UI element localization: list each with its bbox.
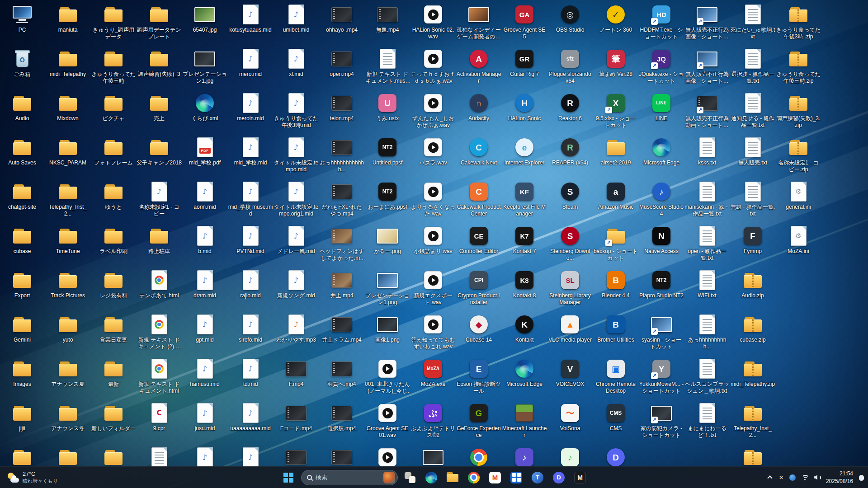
desktop-icon[interactable]: 〜 VoiSona [547,402,593,432]
desktop-icon[interactable]: HALion Sonic 02.wav [410,4,456,40]
desktop-icon[interactable]: ♪ umibet.mid [274,4,319,33]
desktop-icon[interactable]: K Kontakt [502,314,547,343]
desktop-icon[interactable]: ♪ b.mid [182,225,227,255]
desktop-icon[interactable]: 無題.mp4 [365,4,410,33]
desktop-icon[interactable]: ♻ ごみ箱 [0,48,45,78]
desktop-icon[interactable]: midi_Telepathy.zip [730,358,775,388]
desktop-icon[interactable]: Images [0,358,45,388]
desktop-icon[interactable]: NT2 Piapro Studio NT2 [639,269,684,299]
desktop-icon[interactable]: ⚙ general.ini [776,181,821,211]
desktop-icon[interactable]: chatgpt-site [0,181,45,211]
desktop-icon[interactable]: a Amazon Music [593,181,638,211]
search-input[interactable] [316,474,380,481]
desktop-icon[interactable]: cubase.zip [730,314,775,343]
start-button[interactable] [279,468,298,487]
desktop-icon[interactable]: ヘルスコンブラッシュン＿歌詞.txt [684,358,730,394]
chrome-icon[interactable] [465,469,483,487]
desktop-icon[interactable]: 小銭詰まり.wav [410,225,456,255]
desktop-icon[interactable]: ♪ gpt.mid [182,314,227,343]
desktop-icon[interactable]: Y↗ YukkunMovieM... - ショートカット [639,358,684,394]
desktop-icon[interactable]: NT2 おーまにあ.ppsf [365,181,410,211]
desktop-icon[interactable]: 調声練習(失敗)_3.zip [776,92,821,128]
desktop-icon[interactable]: teion.mp4 [319,92,364,122]
desktop-icon[interactable]: 無人販売.txt [730,136,775,166]
desktop-icon[interactable]: ⚙ MoZA.ini [776,225,821,255]
desktop-icon[interactable]: ♪ 新規ソング.mid [274,269,319,299]
desktop-icon[interactable]: H HALion Sonic [502,92,547,122]
desktop-icon[interactable]: ↗ 無人販売不正行為 画像 - ショートカッ... [684,4,730,40]
desktop-icon[interactable]: きゅうり食ってた午後三時.zip [776,48,821,84]
desktop-icon[interactable]: C Cakewalk Next [456,136,501,166]
desktop-icon[interactable]: ↗ backup - ショートカット [593,225,638,261]
teams-icon[interactable]: T [528,469,547,487]
desktop-icon[interactable]: Export [0,269,45,299]
desktop-icon[interactable]: sfz Plogue sforzando x64 [547,48,593,84]
desktop-icon[interactable]: PDF mid_学校.pdf [182,136,227,166]
desktop-icon[interactable]: CPI Crypton Product Installer [456,269,501,305]
desktop-icon[interactable]: airset2-2019 [593,136,638,166]
desktop-icon[interactable]: バズラ.wav [410,136,456,166]
desktop-icon[interactable]: V VOICEVOX [547,358,593,388]
desktop-icon[interactable]: きゅうり_調声用データ [91,4,136,40]
desktop-icon[interactable]: ▣ Chrome Remote Desktop [593,358,638,394]
desktop-icon[interactable]: ♪ uaaaaaaaaa.mid [228,402,273,432]
desktop-icon[interactable]: K8 Kontakt 8 [502,269,547,299]
desktop-icon[interactable]: あっhhhhhhhhhh... [684,314,730,350]
volume-icon[interactable] [814,474,821,480]
wifi-icon[interactable] [801,474,809,481]
desktop-icon[interactable]: Microsoft Edge [502,358,547,388]
desktop-icon[interactable]: レジ袋有料 [91,269,136,299]
desktop-icon[interactable]: NT2 Untitled.ppsf [365,136,410,166]
desktop-icon[interactable]: ohhayo-.mp4 [319,4,364,33]
tray-x-icon[interactable]: ✕ [778,474,784,481]
desktop-icon[interactable]: ∩ Audacity [456,92,501,122]
desktop-icon[interactable]: ↗ 家の防犯カメラ - ショートカット [639,402,684,438]
desktop-icon[interactable]: くらび.xml [182,92,227,122]
desktop-icon[interactable]: 001_東北きりたん(ノーマル)_今じゃ... [365,358,410,394]
desktop-icon[interactable]: 孤独なインディーゲーム開発者の一生... [456,4,501,40]
desktop-icon[interactable]: ↗ 無人販売不正行為 動画 - ショートカット [684,92,730,128]
desktop-icon[interactable]: cubase [0,225,45,255]
discord-icon[interactable]: D [550,469,568,487]
desktop-icon[interactable]: きゅうり食ってた午後3時 .zip [776,4,821,40]
desktop-icon[interactable]: だれもFXいれたやつ.mp4 [319,181,364,217]
desktop-icon[interactable]: アナウンス夏 [45,358,90,388]
desktop-icon[interactable]: maniuta [45,4,90,33]
desktop-icon[interactable]: G GeForce Experience [456,402,501,438]
hidden-icons-chevron[interactable] [767,475,773,480]
microsoft-365-icon[interactable] [507,469,525,487]
desktop-icon[interactable]: 65407.jpg [182,4,227,33]
desktop-icon[interactable]: R REAPER (x64) [547,136,593,166]
desktop-icon[interactable]: Mixdown [45,92,90,122]
desktop-icon[interactable]: ♪ jusu.mid [182,402,227,432]
desktop-icon[interactable]: 売上 [137,92,182,122]
desktop-icon[interactable]: TimeTune [45,225,90,255]
desktop-icon[interactable]: ♪ xl.mid [274,48,319,78]
desktop-icon[interactable]: ♪ sirofo.mid [228,314,273,343]
desktop-icon[interactable]: B Brother Utilities [593,314,638,343]
desktop-icon[interactable]: KF Keepforest File Manager [502,181,547,217]
desktop-icon[interactable]: X↗ 9.5.xlsx - ショートカット [593,92,638,128]
desktop-icon[interactable]: ▲ VLC media player [547,314,593,343]
desktop-icon[interactable]: ♪ kotusytuaaus.mid [228,4,273,33]
desktop-icon[interactable]: ♪ わかりやす.mp3 [274,314,319,343]
desktop-icon[interactable]: ♪ 名称未設定1 - コピー [137,181,182,217]
desktop-icon[interactable]: CMS CMS [593,402,638,432]
desktop-icon[interactable]: ヘッドフォンはずしてよかった.mp4 [319,225,364,261]
desktop-icon[interactable]: 画像1.png [365,314,410,343]
desktop-icon[interactable]: 選択肢 - 親作品一覧.txt [730,48,775,84]
desktop-icon[interactable]: open - 親作品一覧.txt [684,225,730,261]
desktop-icon[interactable]: Microsoft Edge [639,136,684,166]
desktop-icon[interactable]: ♪ タイトル未設定.tempo.orig1.mid [274,181,319,217]
desktop-icon[interactable]: 調声用データテンプレート [137,4,182,40]
desktop-icon[interactable]: 死にたい_ゅ歌詞.txt [730,4,775,40]
desktop-icon[interactable]: 名称未設定1 - コピー.zip [776,136,821,173]
desktop-icon[interactable]: S Steinberg Downlo... [547,225,593,261]
desktop-icon[interactable]: ♪ PVTNd.mid [228,225,273,255]
desktop-icon[interactable]: A Activation Manager [456,48,501,84]
desktop-icon[interactable]: PC [0,4,45,33]
desktop-icon[interactable]: 筆 筆まめ Ver.28 [593,48,638,78]
desktop-icon[interactable]: R Reaktor 6 [547,92,593,122]
m-app-icon[interactable]: M [571,469,589,487]
desktop-icon[interactable]: Fコード.mp4 [274,402,319,432]
